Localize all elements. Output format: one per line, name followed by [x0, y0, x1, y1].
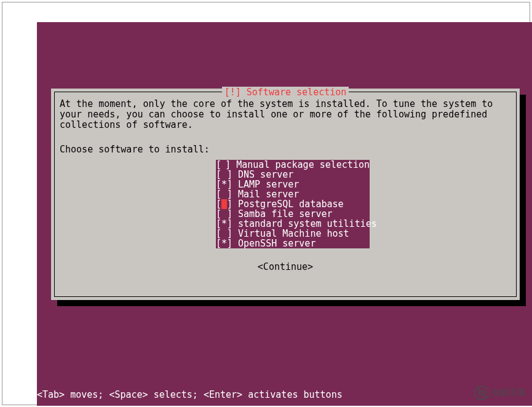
software-item-label: LAMP server — [238, 180, 299, 189]
software-selection-dialog: [!] Software selection At the moment, on… — [51, 89, 520, 300]
checkbox-open: [ — [216, 209, 221, 219]
software-list-item[interactable]: [ ] Manual package selection — [216, 160, 370, 170]
checkbox-close: ] — [227, 239, 232, 248]
checkbox-open: [ — [216, 219, 221, 229]
software-list[interactable]: [ ] Manual package selection[ ] DNS serv… — [216, 160, 370, 248]
checkbox-close: ] — [227, 189, 232, 199]
dialog-description: At the moment, only the core of the syst… — [60, 99, 511, 130]
checkbox-close: ] — [227, 209, 232, 219]
checkbox-close: ] — [225, 160, 231, 170]
watermark: 创新互联 — [474, 385, 526, 400]
checkbox-close: ] — [227, 180, 232, 189]
checkbox-close: ] — [227, 170, 232, 180]
checkbox-close: ] — [227, 229, 232, 239]
software-list-item[interactable]: [ ] PostgreSQL database — [216, 199, 370, 209]
checkbox-open: [ — [216, 189, 221, 199]
dialog-title: [!] Software selection — [222, 87, 349, 98]
checkbox-mark: * — [221, 180, 227, 189]
terminal-window: [!] Software selection At the moment, on… — [37, 22, 532, 406]
checkbox-open: [ — [216, 170, 221, 180]
checkbox-mark — [221, 170, 227, 180]
software-item-label: Manual package selection — [236, 160, 370, 170]
checkbox-close: ] — [227, 199, 232, 209]
checkbox-open: [ — [216, 199, 221, 209]
software-item-label: OpenSSH server — [238, 239, 316, 248]
dialog-prompt: Choose software to install: — [60, 144, 210, 155]
software-item-label: standard system utilities — [238, 219, 377, 229]
checkbox-mark: * — [221, 219, 227, 229]
software-item-label: Virtual Machine host — [238, 229, 349, 239]
checkbox-open: [ — [216, 180, 221, 189]
key-hint: <Tab> moves; <Space> selects; <Enter> ac… — [37, 389, 343, 400]
checkbox-mark: * — [221, 239, 227, 248]
checkbox-mark — [221, 229, 227, 239]
cursor-indicator — [221, 199, 227, 209]
checkbox-mark — [221, 209, 227, 219]
software-item-label: Mail server — [238, 189, 299, 199]
software-item-label: PostgreSQL database — [238, 199, 344, 209]
software-item-label: Samba file server — [238, 209, 333, 219]
watermark-logo-icon — [474, 385, 489, 400]
software-list-item[interactable]: [ ] Mail server — [216, 189, 370, 199]
checkbox-close: ] — [227, 219, 232, 229]
checkbox-open: [ — [216, 160, 221, 170]
checkbox-open: [ — [216, 239, 221, 248]
software-list-item[interactable]: [ ] DNS server — [216, 170, 370, 180]
software-list-item[interactable]: [*] standard system utilities — [216, 219, 370, 229]
watermark-text: 创新互联 — [492, 387, 526, 398]
checkbox-open: [ — [216, 229, 221, 239]
software-list-item[interactable]: [*] OpenSSH server — [216, 239, 370, 248]
software-list-item[interactable]: [*] LAMP server — [216, 180, 370, 189]
software-list-item[interactable]: [ ] Virtual Machine host — [216, 229, 370, 239]
software-list-item[interactable]: [ ] Samba file server — [216, 209, 370, 219]
checkbox-mark — [221, 189, 227, 199]
continue-button[interactable]: <Continue> — [51, 261, 520, 272]
software-item-label: DNS server — [238, 170, 293, 180]
